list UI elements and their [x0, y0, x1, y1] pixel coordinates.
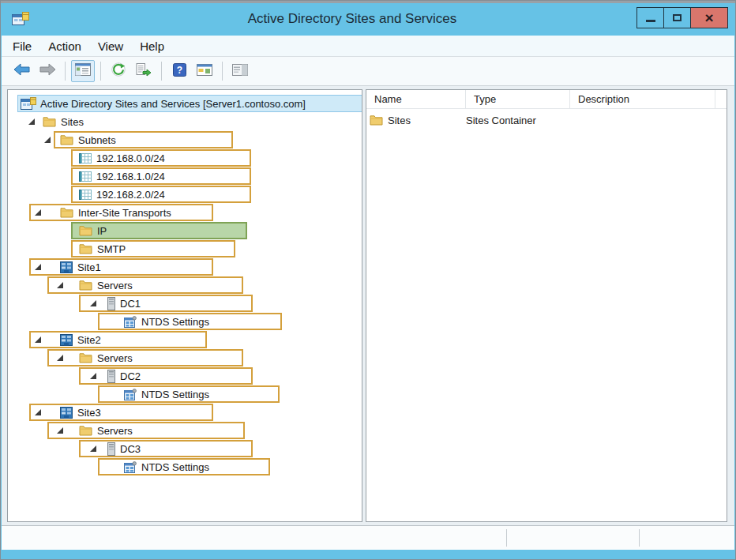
tree-item-inter-site-transports[interactable]: Inter-Site Transports: [8, 204, 360, 222]
refresh-icon: [111, 62, 126, 80]
tree-item-label: DC2: [120, 370, 141, 382]
close-button[interactable]: ×: [690, 7, 728, 28]
folder-icon: [79, 352, 92, 363]
tree-item-label: 192.168.2.0/24: [96, 189, 165, 201]
tree-item-subnet-192-168-2-0[interactable]: 192.168.2.0/24: [8, 186, 360, 204]
toolbar-separator: [161, 62, 162, 81]
toolbar-separator: [222, 62, 223, 81]
folder-icon: [60, 207, 73, 218]
minimize-button[interactable]: [636, 7, 664, 28]
annotation-box: 192.168.2.0/24: [71, 186, 251, 203]
statusbar-separator: [639, 529, 640, 547]
tree-item-dc3[interactable]: DC3: [8, 440, 360, 458]
ad-sites-and-services-icon: [12, 12, 29, 26]
help-button[interactable]: ?: [167, 60, 191, 82]
maximize-button[interactable]: [663, 7, 691, 28]
menubar: FileActionViewHelp: [2, 36, 734, 57]
site-icon: [60, 407, 73, 419]
folder-icon: [79, 425, 92, 436]
tree-item-label: NTDS Settings: [141, 316, 209, 328]
column-header-filler: [715, 90, 727, 109]
annotation-box: Subnets: [54, 131, 233, 148]
back-button[interactable]: [10, 60, 34, 82]
annotation-box: Site2: [29, 331, 207, 348]
list-header: Name Type Description: [366, 90, 727, 109]
caption-buttons: ×: [637, 7, 728, 28]
tree-item-label: Inter-Site Transports: [78, 207, 171, 219]
action-pane-button[interactable]: [228, 60, 252, 82]
tree-item-servers-site1[interactable]: Servers: [8, 276, 360, 295]
tree-item-site3[interactable]: Site3: [8, 404, 360, 422]
site-icon: [60, 334, 73, 346]
window-icon: [197, 64, 212, 79]
list-rows: SitesSites Container: [366, 110, 727, 521]
column-header-name[interactable]: Name: [366, 90, 466, 109]
svg-text:?: ?: [176, 64, 182, 75]
column-header-description[interactable]: Description: [570, 90, 715, 109]
tree-item-label: Sites: [61, 116, 84, 128]
tree-item-servers-site3[interactable]: Servers: [8, 422, 360, 440]
tree-item-ntds-dc3[interactable]: NTDS Settings: [8, 458, 360, 476]
tree-item-ip[interactable]: IP: [8, 222, 360, 240]
tree-item-subnet-192-168-0-0[interactable]: 192.168.0.0/24: [8, 149, 360, 167]
menu-item-help[interactable]: Help: [140, 38, 173, 54]
tree-item-label: SMTP: [97, 243, 126, 255]
subnet-icon: [79, 171, 92, 182]
menu-item-view[interactable]: View: [98, 38, 132, 54]
server-icon: [107, 442, 115, 456]
titlebar[interactable]: Active Directory Sites and Services ×: [1, 3, 735, 36]
annotation-box: IP: [71, 222, 247, 239]
annotation-box: Servers: [47, 276, 243, 294]
tree-root-label: Active Directory Sites and Services [Ser…: [40, 98, 306, 110]
tree-item-ntds-dc2[interactable]: NTDS Settings: [8, 385, 360, 404]
list-row-sites[interactable]: SitesSites Container: [370, 111, 570, 129]
tree-item-label: DC3: [120, 443, 141, 455]
show-hide-console-tree-button[interactable]: [71, 60, 95, 82]
annotation-box: Servers: [47, 422, 245, 439]
menu-item-action[interactable]: Action: [48, 38, 90, 54]
ntds-icon: [124, 316, 137, 328]
annotation-box: Site3: [29, 404, 213, 421]
ntds-icon: [124, 461, 137, 473]
tree-item-servers-site2[interactable]: Servers: [8, 349, 360, 367]
column-header-type[interactable]: Type: [466, 90, 570, 109]
tree-node: Sites: [41, 113, 84, 130]
expander-icon[interactable]: [28, 118, 35, 125]
folder-icon: [79, 225, 92, 236]
tree-item-label: IP: [97, 225, 107, 237]
console-tree-pane: Active Directory Sites and Services [Ser…: [7, 89, 362, 522]
tree-root-item[interactable]: Active Directory Sites and Services [Ser…: [17, 95, 362, 112]
refresh-button[interactable]: [107, 60, 130, 82]
tree-item-label: Servers: [97, 280, 133, 291]
tree-item-label: Site2: [77, 334, 101, 346]
tree-item-dc1[interactable]: DC1: [8, 295, 360, 313]
console-tree-icon: [75, 63, 91, 79]
toolbar-separator: [100, 62, 101, 81]
annotation-box: NTDS Settings: [98, 313, 282, 330]
tree-item-site1[interactable]: Site1: [8, 258, 360, 276]
tree-item-sites[interactable]: Sites: [8, 113, 360, 131]
tree-item-label: DC1: [120, 298, 141, 310]
tree-item-label: NTDS Settings: [141, 461, 209, 473]
tree-item-label: NTDS Settings: [141, 389, 209, 400]
main-area: Active Directory Sites and Services [Ser…: [2, 86, 734, 525]
tree-item-label: 192.168.0.0/24: [96, 152, 165, 164]
menu-item-file[interactable]: File: [13, 38, 40, 54]
annotation-box: NTDS Settings: [98, 385, 280, 403]
tree-item-subnets[interactable]: Subnets: [8, 131, 360, 149]
export-list-button[interactable]: [132, 60, 156, 82]
console-window-button[interactable]: [193, 60, 216, 82]
tree-item-site2[interactable]: Site2: [8, 331, 360, 349]
folder-icon: [43, 116, 56, 127]
details-pane: Name Type Description SitesSites Contain…: [366, 89, 727, 522]
forward-button[interactable]: [36, 60, 59, 82]
tree-item-dc2[interactable]: DC2: [8, 367, 360, 385]
action-pane-icon: [232, 64, 248, 79]
subnet-icon: [79, 153, 92, 163]
toolbar-separator: [65, 62, 66, 81]
folder-icon: [60, 134, 73, 145]
tree-item-ntds-dc1[interactable]: NTDS Settings: [8, 313, 360, 331]
tree-item-smtp[interactable]: SMTP: [8, 240, 360, 258]
tree-item-subnet-192-168-1-0[interactable]: 192.168.1.0/24: [8, 167, 360, 186]
expander-icon[interactable]: [44, 137, 51, 143]
